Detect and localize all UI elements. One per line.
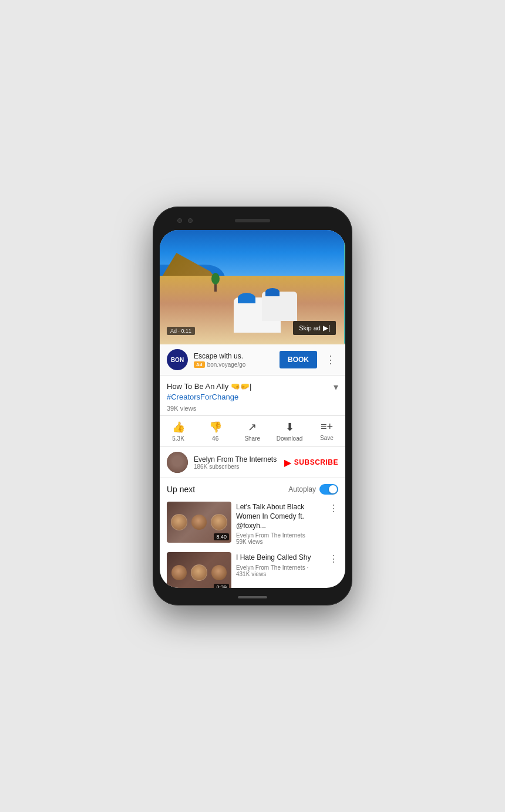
thumbs-up-icon: 👍 — [172, 421, 185, 434]
action-buttons-row: 👍 5.3K 👎 46 ↗ Share ⬇ Download ≡+ Sa — [160, 416, 345, 447]
face-2 — [191, 515, 207, 530]
like-button[interactable]: 👍 5.3K — [166, 421, 191, 442]
book-button[interactable]: BOOK — [280, 351, 317, 368]
share-icon: ↗ — [248, 421, 257, 434]
video-item-views-1: 59K views — [236, 539, 324, 545]
save-button[interactable]: ≡+ Save — [314, 421, 339, 442]
up-next-header: Up next Autoplay — [160, 478, 345, 498]
ad-banner: BON Escape with us. Ad bon.voyage/go BOO… — [160, 344, 345, 375]
thumbs-down-icon: 👎 — [209, 421, 222, 434]
download-label: Download — [277, 435, 302, 442]
ad-subtitle-row: Ad bon.voyage/go — [194, 361, 274, 368]
video-title: How To Be An Ally 🤜🤛| #CreatorsForChange — [167, 381, 330, 402]
avatar-image — [167, 452, 188, 473]
up-next-label: Up next — [167, 485, 195, 494]
video-title-row: How To Be An Ally 🤜🤛| #CreatorsForChange… — [167, 381, 338, 402]
channel-avatar[interactable] — [167, 452, 188, 473]
video-title-text: How To Be An Ally 🤜🤛| — [167, 382, 251, 391]
video-hashtag-link[interactable]: #CreatorsForChange — [167, 393, 238, 401]
video-thumbnail-1: 8:40 — [167, 502, 231, 543]
expand-chevron-icon[interactable]: ▾ — [334, 381, 338, 393]
ad-timer-badge: Ad · 0:11 — [167, 327, 195, 335]
video-item-channel-1: Evelyn From The Internets — [236, 532, 324, 539]
autoplay-row: Autoplay — [288, 484, 338, 495]
ad-url: bon.voyage/go — [207, 361, 246, 368]
youtube-logo-icon: ▶ — [284, 457, 291, 468]
download-icon: ⬇ — [285, 421, 294, 434]
skip-forward-icon: ▶| — [323, 324, 330, 332]
phone-frame: Skip ad ▶| Ad · 0:11 BON Escape with us.… — [153, 207, 352, 605]
phone-notch — [160, 214, 345, 228]
skip-ad-label: Skip ad — [299, 324, 321, 331]
phone-screen: Skip ad ▶| Ad · 0:11 BON Escape with us.… — [160, 230, 345, 588]
video-more-button-2[interactable]: ⋮ — [329, 552, 338, 564]
phone-speaker — [235, 219, 270, 222]
ad-info: Escape with us. Ad bon.voyage/go — [194, 352, 274, 368]
camera-left-icon — [177, 218, 182, 223]
face-3 — [211, 514, 227, 530]
video-item-views-2: 431K views — [236, 571, 324, 577]
camera-right-icon — [188, 218, 193, 223]
duration-badge-1: 8:40 — [214, 533, 229, 540]
video-player[interactable]: Skip ad ▶| Ad · 0:11 — [160, 230, 345, 344]
ad-title: Escape with us. — [194, 352, 274, 360]
ad-label-badge: Ad — [194, 361, 205, 368]
save-label: Save — [320, 435, 334, 441]
face-5 — [191, 564, 207, 581]
like-count: 5.3K — [172, 435, 184, 442]
dislike-button[interactable]: 👎 46 — [203, 421, 228, 442]
channel-name[interactable]: Evelyn From The Internets — [194, 455, 278, 463]
toggle-knob — [329, 485, 337, 493]
video-info-section: How To Be An Ally 🤜🤛| #CreatorsForChange… — [160, 375, 345, 416]
phone-bottom-bar — [160, 591, 345, 603]
share-label: Share — [244, 435, 260, 442]
home-indicator — [238, 596, 267, 598]
autoplay-label: Autoplay — [288, 485, 316, 493]
video-item-title-2: I Hate Being Called Shy — [236, 553, 324, 563]
channel-info: Evelyn From The Internets 186K subscribe… — [194, 455, 278, 470]
screen-content: Skip ad ▶| Ad · 0:11 BON Escape with us.… — [160, 230, 345, 588]
download-button[interactable]: ⬇ Download — [277, 421, 302, 442]
share-button[interactable]: ↗ Share — [240, 421, 265, 442]
ad-logo: BON — [167, 349, 188, 370]
ad-more-button[interactable]: ⋮ — [323, 353, 338, 366]
scroll-bar — [344, 230, 345, 344]
list-item[interactable]: 8:40 Let's Talk About Black Women In Com… — [160, 498, 345, 549]
face-1 — [171, 514, 187, 530]
face-6 — [211, 565, 227, 580]
dislike-count: 46 — [212, 435, 218, 442]
subscribe-label: SUBSCRIBE — [294, 458, 338, 466]
video-more-button-1[interactable]: ⋮ — [329, 502, 338, 514]
subscribe-button[interactable]: ▶ SUBSCRIBE — [284, 457, 338, 468]
channel-row: Evelyn From The Internets 186K subscribe… — [160, 447, 345, 478]
face-4 — [171, 565, 187, 580]
thumbnail-image-2 — [167, 552, 231, 588]
skip-ad-button[interactable]: Skip ad ▶| — [293, 321, 336, 335]
autoplay-toggle[interactable] — [319, 484, 338, 495]
duration-badge-2: 0:39 — [214, 584, 229, 588]
video-item-title-1: Let's Talk About Black Women In Comedy f… — [236, 503, 324, 530]
video-meta-2: I Hate Being Called Shy Evelyn From The … — [236, 552, 324, 588]
save-icon: ≡+ — [321, 421, 333, 433]
list-item[interactable]: 0:39 I Hate Being Called Shy Evelyn From… — [160, 549, 345, 588]
video-meta-1: Let's Talk About Black Women In Comedy f… — [236, 502, 324, 545]
video-item-channel-2: Evelyn From The Internets · — [236, 564, 324, 571]
video-views: 39K views — [167, 405, 338, 412]
channel-subscribers: 186K subscribers — [194, 463, 278, 470]
video-thumbnail-2: 0:39 — [167, 552, 231, 588]
